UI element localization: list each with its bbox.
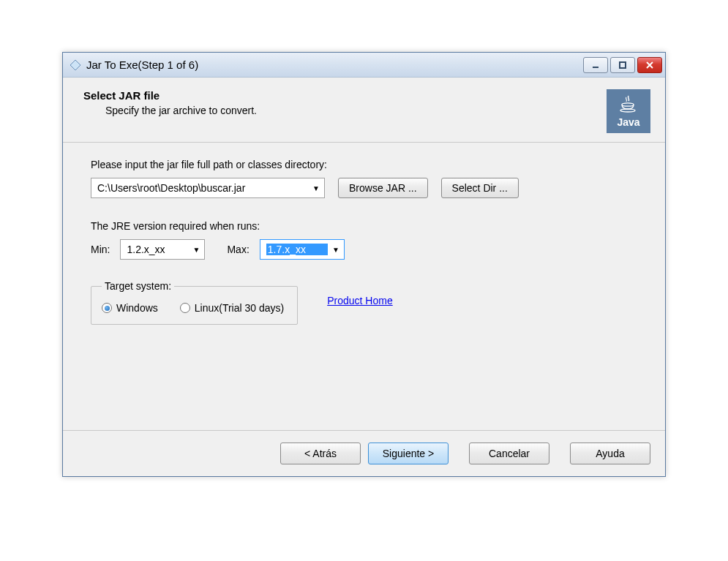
svg-point-3 bbox=[622, 103, 634, 106]
chevron-down-icon: ▼ bbox=[332, 246, 339, 254]
header-text: Select JAR file Specify the jar archive … bbox=[83, 89, 257, 133]
window-controls bbox=[583, 57, 662, 73]
radio-icon bbox=[102, 303, 112, 313]
maximize-button[interactable] bbox=[610, 57, 635, 73]
max-label: Max: bbox=[227, 244, 249, 255]
app-icon bbox=[69, 59, 82, 72]
wizard-footer: < Atrás Siguiente > Cancelar Ayuda bbox=[63, 430, 665, 476]
jar-path-combo[interactable]: C:\Users\root\Desktop\buscar.jar ▼ bbox=[91, 178, 325, 198]
java-logo: Java bbox=[607, 89, 650, 133]
max-version-combo[interactable]: 1.7.x_xx ▼ bbox=[260, 239, 345, 260]
min-version-combo[interactable]: 1.2.x_xx ▼ bbox=[120, 239, 205, 260]
wizard-header: Select JAR file Specify the jar archive … bbox=[63, 78, 665, 143]
svg-marker-0 bbox=[70, 60, 80, 70]
jre-label: The JRE version required when runs: bbox=[91, 220, 637, 232]
page-subtitle: Specify the jar archive to convert. bbox=[105, 105, 257, 116]
radio-windows[interactable]: Windows bbox=[102, 302, 158, 314]
svg-rect-2 bbox=[620, 62, 626, 68]
select-dir-button[interactable]: Select Dir ... bbox=[441, 178, 519, 198]
svg-point-4 bbox=[620, 109, 635, 112]
target-system-group: Target system: Windows Linux(Trial 30 da… bbox=[91, 280, 298, 325]
next-button[interactable]: Siguiente > bbox=[368, 443, 449, 464]
radio-linux-label: Linux(Trial 30 days) bbox=[195, 302, 284, 314]
min-label: Min: bbox=[91, 244, 110, 255]
wizard-content: Please input the jar file full path or c… bbox=[63, 143, 665, 430]
java-logo-text: Java bbox=[617, 116, 639, 128]
jar-path-value: C:\Users\root\Desktop\buscar.jar bbox=[97, 182, 308, 194]
back-button[interactable]: < Atrás bbox=[280, 443, 361, 464]
max-version-value: 1.7.x_xx bbox=[266, 244, 328, 255]
minimize-button[interactable] bbox=[583, 57, 608, 73]
product-home-link[interactable]: Product Home bbox=[327, 295, 392, 306]
chevron-down-icon: ▼ bbox=[193, 246, 200, 254]
titlebar: Jar To Exe(Step 1 of 6) bbox=[63, 53, 665, 78]
radio-windows-label: Windows bbox=[116, 302, 158, 314]
path-label: Please input the jar file full path or c… bbox=[91, 159, 637, 170]
wizard-window: Jar To Exe(Step 1 of 6) Select JAR file … bbox=[62, 52, 666, 477]
browse-jar-button[interactable]: Browse JAR ... bbox=[338, 178, 428, 198]
min-version-value: 1.2.x_xx bbox=[127, 244, 188, 255]
jre-row: Min: 1.2.x_xx ▼ Max: 1.7.x_xx ▼ bbox=[91, 239, 637, 260]
cancel-button[interactable]: Cancelar bbox=[469, 443, 549, 464]
radio-icon bbox=[180, 303, 190, 313]
help-button[interactable]: Ayuda bbox=[570, 443, 650, 464]
close-button[interactable] bbox=[637, 57, 662, 73]
page-title: Select JAR file bbox=[83, 89, 257, 102]
svg-rect-1 bbox=[593, 67, 598, 68]
java-cup-icon bbox=[618, 94, 639, 116]
window-title: Jar To Exe(Step 1 of 6) bbox=[86, 59, 583, 71]
path-row: C:\Users\root\Desktop\buscar.jar ▼ Brows… bbox=[91, 178, 637, 198]
target-system-legend: Target system: bbox=[102, 280, 174, 292]
chevron-down-icon: ▼ bbox=[312, 184, 320, 192]
radio-linux[interactable]: Linux(Trial 30 days) bbox=[180, 302, 284, 314]
bottom-row: Target system: Windows Linux(Trial 30 da… bbox=[91, 280, 637, 325]
